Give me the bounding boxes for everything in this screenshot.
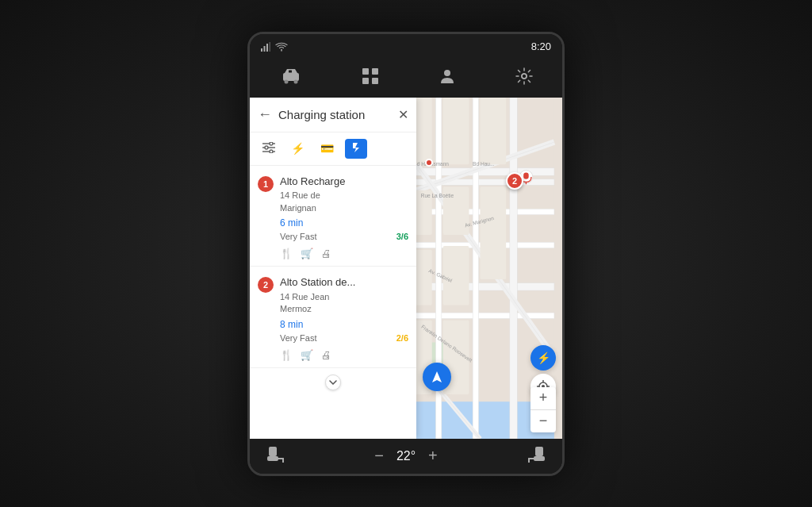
temp-plus-button[interactable]: + (428, 447, 438, 465)
svg-rect-4 (283, 73, 299, 81)
filter-tabs: ⚡ 💳 (250, 133, 416, 166)
nav-person-icon[interactable] (426, 64, 469, 93)
station-1-address: 14 Rue deMarignan (280, 190, 408, 214)
station-1-speed: Very Fast (280, 232, 316, 241)
bottom-bar: − 22° + (250, 439, 562, 474)
svg-rect-30 (510, 98, 517, 439)
wifi-icon (275, 42, 288, 52)
filter-fast-charge-icon[interactable] (345, 139, 367, 159)
station-2-speed-row: Very Fast 2/6 (258, 333, 408, 343)
navigation-arrow[interactable] (423, 363, 451, 391)
temp-minus-button[interactable]: − (374, 447, 384, 465)
amenity-food-icon: 🍴 (280, 248, 293, 259)
svg-text:Bd Hau...: Bd Hau... (473, 161, 494, 167)
map-small-pin-1 (425, 159, 433, 167)
svg-rect-75 (523, 172, 529, 179)
status-time: 8:20 (531, 40, 551, 52)
zoom-in-button[interactable]: + (530, 387, 556, 409)
amenity-food-2-icon: 🍴 (280, 349, 293, 361)
svg-rect-95 (534, 456, 545, 461)
temp-value: 22° (396, 449, 416, 463)
svg-text:Rue La Boétie: Rue La Boétie (421, 193, 454, 198)
station-1-slots: 3/6 (396, 232, 408, 241)
station-2-speed: Very Fast (280, 333, 316, 343)
svg-rect-90 (269, 447, 277, 456)
station-2-header: 2 Alto Station de... 14 Rue JeanMermoz 8… (258, 276, 408, 330)
svg-point-87 (265, 146, 268, 149)
lightning-button[interactable]: ⚡ (530, 345, 556, 371)
svg-rect-94 (535, 447, 543, 456)
station-1-number: 1 (258, 176, 274, 192)
main-content: Seine (250, 98, 562, 439)
map-zoom: + − (530, 387, 556, 432)
station-1-amenities: 🍴 🛒 🖨 (258, 248, 408, 259)
svg-rect-47 (480, 186, 506, 279)
svg-rect-11 (372, 78, 378, 84)
svg-point-86 (270, 142, 273, 145)
nav-bar (250, 60, 562, 98)
svg-rect-9 (372, 68, 378, 75)
back-button[interactable]: ← (258, 107, 272, 121)
svg-point-88 (270, 150, 273, 153)
svg-rect-1 (264, 46, 266, 52)
nav-car-icon[interactable] (267, 65, 315, 92)
station-item-1[interactable]: 1 Alto Recharge 14 Rue deMarignan 6 min … (250, 166, 416, 267)
tablet-frame: 8:20 (247, 32, 565, 476)
svg-rect-2 (266, 44, 268, 52)
svg-rect-91 (267, 456, 278, 461)
filter-card-icon[interactable]: 💳 (316, 140, 339, 157)
svg-rect-7 (289, 70, 292, 72)
car-interior: 8:20 (0, 0, 812, 507)
svg-rect-3 (270, 42, 271, 52)
scroll-more-indicator[interactable] (250, 368, 416, 397)
close-button[interactable]: ✕ (398, 107, 408, 122)
zoom-out-button[interactable]: − (530, 410, 556, 432)
nav-settings-icon[interactable] (503, 64, 546, 93)
map-pin-2[interactable]: 2 (506, 172, 523, 190)
temp-controls: − 22° + (374, 447, 438, 465)
station-2-address: 14 Rue JeanMermoz (280, 291, 408, 316)
station-1-name: Alto Recharge (280, 175, 408, 189)
svg-point-5 (284, 79, 288, 83)
station-1-header: 1 Alto Recharge 14 Rue deMarignan 6 min (258, 175, 408, 229)
svg-point-6 (293, 79, 297, 83)
svg-rect-41 (480, 98, 506, 164)
panel-title: Charging station (278, 108, 392, 121)
right-seat-icon[interactable] (527, 445, 546, 467)
svg-point-12 (444, 70, 450, 76)
left-panel: ← Charging station ✕ (250, 98, 416, 439)
station-2-slots: 2/6 (396, 333, 408, 343)
station-1-time: 6 min (280, 217, 408, 229)
svg-rect-10 (362, 78, 369, 84)
filter-lightning-icon[interactable]: ⚡ (286, 140, 309, 157)
station-1-info: Alto Recharge 14 Rue deMarignan 6 min (280, 175, 408, 229)
svg-point-14 (522, 74, 527, 79)
svg-rect-40 (443, 98, 469, 164)
station-2-number: 2 (258, 277, 274, 293)
amenity-print-2-icon: 🖨 (321, 349, 331, 361)
nav-grid-icon[interactable] (349, 64, 392, 93)
station-1-speed-row: Very Fast 3/6 (258, 232, 408, 241)
status-icons (261, 42, 288, 52)
station-2-info: Alto Station de... 14 Rue JeanMermoz 8 m… (280, 276, 408, 330)
svg-rect-0 (261, 48, 262, 52)
svg-rect-29 (473, 98, 478, 439)
signal-icon (261, 42, 270, 52)
station-item-2[interactable]: 2 Alto Station de... 14 Rue JeanMermoz 8… (250, 267, 416, 368)
left-seat-icon[interactable] (266, 445, 285, 467)
panel-header: ← Charging station ✕ (250, 98, 416, 133)
status-bar: 8:20 (250, 34, 562, 60)
amenity-shop-icon: 🛒 (301, 248, 313, 259)
amenity-shop-2-icon: 🛒 (301, 349, 313, 361)
station-2-name: Alto Station de... (280, 276, 408, 290)
station-2-time: 8 min (280, 319, 408, 330)
station-2-amenities: 🍴 🛒 🖨 (258, 349, 408, 361)
filter-sliders-icon[interactable] (258, 140, 280, 158)
station-list[interactable]: 1 Alto Recharge 14 Rue deMarignan 6 min … (250, 166, 416, 439)
svg-rect-8 (362, 68, 369, 75)
amenity-print-icon: 🖨 (321, 248, 331, 259)
